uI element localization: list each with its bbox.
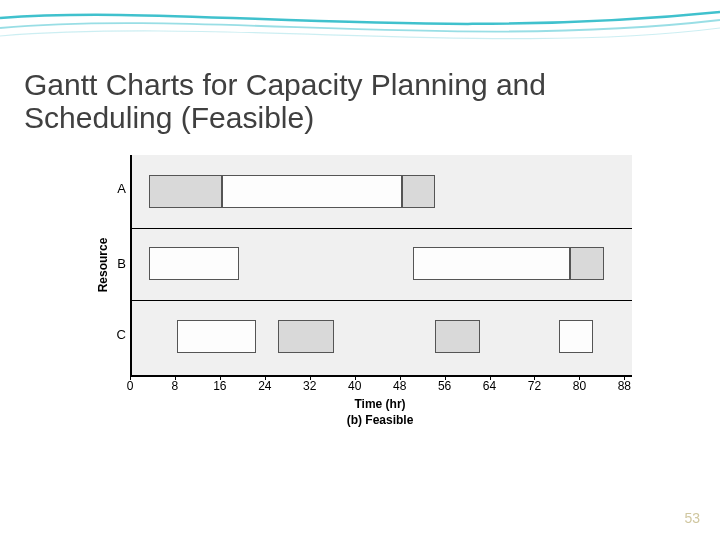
x-tick-label: 16 xyxy=(213,379,226,393)
plot-area xyxy=(130,155,632,377)
task-bar xyxy=(278,320,334,353)
task-bar xyxy=(149,247,239,280)
task-bar xyxy=(559,320,593,353)
task-bar xyxy=(177,320,256,353)
y-axis-labels: A B C xyxy=(108,155,126,375)
x-tick-label: 24 xyxy=(258,379,271,393)
slide: Gantt Charts for Capacity Planning and S… xyxy=(0,0,720,540)
task-bar xyxy=(222,175,402,208)
task-bar xyxy=(413,247,570,280)
x-tick-label: 48 xyxy=(393,379,406,393)
x-tick-label: 8 xyxy=(172,379,179,393)
y-label-c: C xyxy=(108,327,126,342)
y-label-a: A xyxy=(108,181,126,196)
page-number: 53 xyxy=(684,510,700,526)
chart-subtitle: (b) Feasible xyxy=(130,413,630,427)
x-tick-label: 72 xyxy=(528,379,541,393)
x-tick-label: 0 xyxy=(127,379,134,393)
task-bar xyxy=(570,247,604,280)
x-tick-label: 32 xyxy=(303,379,316,393)
task-bar xyxy=(435,320,480,353)
x-tick-label: 88 xyxy=(618,379,631,393)
decorative-swoosh xyxy=(0,0,720,60)
x-axis-title: Time (hr) xyxy=(130,397,630,411)
x-tick-label: 40 xyxy=(348,379,361,393)
x-tick-label: 64 xyxy=(483,379,496,393)
x-tick-label: 80 xyxy=(573,379,586,393)
gantt-chart: Resource A B C 0816243240485664728088 Ti… xyxy=(70,155,650,435)
y-label-b: B xyxy=(108,256,126,271)
x-tick-label: 56 xyxy=(438,379,451,393)
task-bar xyxy=(149,175,222,208)
slide-title: Gantt Charts for Capacity Planning and S… xyxy=(24,68,584,134)
task-bar xyxy=(402,175,436,208)
x-axis-labels: 0816243240485664728088 xyxy=(130,379,630,395)
